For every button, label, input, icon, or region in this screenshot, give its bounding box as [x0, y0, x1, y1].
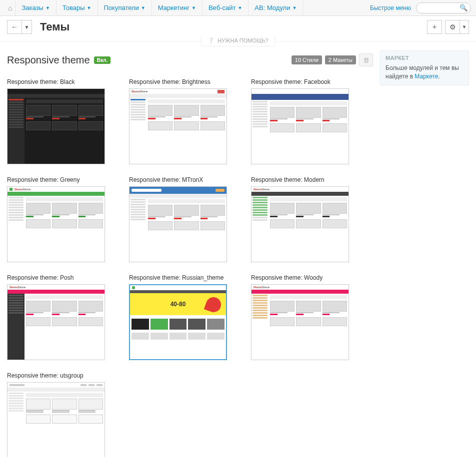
caret-down-icon: ▼: [462, 24, 466, 29]
nav-item-orders[interactable]: Заказы▼: [15, 0, 56, 15]
nav-item-website[interactable]: Веб-сайт▼: [202, 0, 248, 15]
gear-icon: ⚙: [450, 23, 456, 31]
theme-item-posh: Responsive theme: Posh DemoStore: [7, 274, 105, 360]
theme-thumbnail[interactable]: DemoStore: [7, 186, 105, 262]
nav-label: Товары: [62, 4, 85, 11]
home-icon[interactable]: ⌂: [8, 4, 12, 12]
caret-down-icon: ▼: [46, 5, 50, 10]
caret-down-icon: ▼: [292, 5, 296, 10]
theme-title: Responsive theme: Modern: [251, 176, 349, 183]
add-button[interactable]: ＋: [427, 20, 442, 34]
theme-title: Responsive theme: Black: [7, 78, 105, 85]
theme-thumbnail[interactable]: 40-80: [129, 284, 227, 360]
back-dropdown[interactable]: ▼: [22, 20, 32, 34]
theme-title: Responsive theme: Brightness: [129, 78, 227, 85]
page-title: Темы: [40, 20, 70, 33]
theme-thumbnail[interactable]: DemoStore: [251, 284, 349, 360]
theme-group-title: Responsive theme: [7, 54, 90, 66]
theme-thumbnail[interactable]: [251, 88, 349, 164]
market-sidebar: МАРКЕТ Больше модулей и тем вы найдете в…: [380, 50, 469, 85]
settings-button[interactable]: ⚙: [445, 20, 460, 34]
theme-thumbnail[interactable]: [129, 186, 227, 262]
nav-label: Покупатели: [104, 4, 139, 11]
theme-item-mtronx: Responsive theme: MTronX: [129, 176, 227, 262]
theme-title: Responsive theme: utsgroup: [7, 372, 105, 379]
styles-badge[interactable]: 10 Стили: [292, 55, 322, 64]
layouts-badge[interactable]: 2 Макеты: [325, 55, 356, 64]
theme-item-greeny: Responsive theme: Greeny DemoStore: [7, 176, 105, 262]
quick-menu-link[interactable]: Быстрое меню: [370, 4, 411, 11]
theme-item-facebook: Responsive theme: Facebook: [251, 78, 349, 164]
settings-dropdown[interactable]: ▼: [460, 20, 469, 34]
nav-label: Веб-сайт: [208, 4, 236, 11]
theme-thumbnail[interactable]: DemoStore: [129, 88, 227, 164]
theme-item-woody: Responsive theme: Woody DemoStore: [251, 274, 349, 360]
nav-label: Маркетинг: [158, 4, 190, 11]
help-label: НУЖНА ПОМОЩЬ?: [218, 37, 268, 43]
theme-title: Responsive theme: Posh: [7, 274, 105, 281]
theme-title: Responsive theme: Woody: [251, 274, 349, 281]
theme-thumbnail[interactable]: DemoStore: [7, 284, 105, 360]
theme-item-modern: Responsive theme: Modern DemoStore: [251, 176, 349, 262]
nav-label: Заказы: [22, 4, 43, 11]
back-button-group: ← ▼: [7, 20, 32, 34]
help-row: ❔НУЖНА ПОМОЩЬ?: [0, 35, 476, 46]
nav-item-products[interactable]: Товары▼: [56, 0, 98, 15]
theme-title: Responsive theme: MTronX: [129, 176, 227, 183]
theme-title: Responsive theme: Greeny: [7, 176, 105, 183]
plus-icon: ＋: [431, 22, 438, 31]
nav-item-customers[interactable]: Покупатели▼: [98, 0, 152, 15]
enabled-label: Вкл.: [94, 56, 110, 64]
theme-group-header: Responsive theme Вкл. 10 Стили 2 Макеты …: [7, 50, 373, 71]
caret-down-icon: ▼: [192, 5, 196, 10]
theme-thumbnail[interactable]: DemoStore: [251, 186, 349, 262]
caret-down-icon: ▼: [141, 5, 146, 10]
nav-item-ab-modules[interactable]: AB: Модули▼: [248, 0, 303, 15]
nav-item-marketing[interactable]: Маркетинг▼: [152, 0, 202, 15]
theme-item-russian: Responsive theme: Russian_theme 40-80: [129, 274, 227, 360]
delete-button: 🗑: [359, 53, 373, 66]
caret-down-icon: ▼: [24, 24, 30, 30]
caret-down-icon: ▼: [87, 5, 92, 10]
theme-thumbnail[interactable]: [7, 88, 105, 164]
question-icon: ❔: [208, 37, 214, 43]
theme-thumbnail[interactable]: [7, 382, 105, 457]
trash-icon: 🗑: [363, 56, 370, 64]
theme-title: Responsive theme: Facebook: [251, 78, 349, 85]
theme-item-utsgroup: Responsive theme: utsgroup: [7, 372, 105, 457]
banner-text: 40-80: [170, 301, 186, 308]
help-button[interactable]: ❔НУЖНА ПОМОЩЬ?: [201, 35, 274, 46]
theme-item-black: Responsive theme: Black: [7, 78, 105, 164]
market-text: Больше модулей и тем вы найдете в Маркет…: [386, 64, 464, 81]
theme-title: Responsive theme: Russian_theme: [129, 274, 227, 281]
top-navbar: ⌂ Заказы▼ Товары▼ Покупатели▼ Маркетинг▼…: [0, 0, 476, 16]
themes-grid: Responsive theme: Black: [7, 71, 373, 457]
search-box: 🔍: [416, 2, 471, 13]
theme-item-brightness: Responsive theme: Brightness DemoStore: [129, 78, 227, 164]
caret-down-icon: ▼: [238, 5, 242, 10]
back-button[interactable]: ←: [7, 20, 22, 34]
market-heading: МАРКЕТ: [386, 55, 464, 61]
market-link[interactable]: Маркете: [414, 73, 438, 80]
arrow-left-icon: ←: [11, 23, 18, 31]
search-icon[interactable]: 🔍: [460, 4, 468, 11]
nav-label: AB: Модули: [254, 4, 290, 11]
